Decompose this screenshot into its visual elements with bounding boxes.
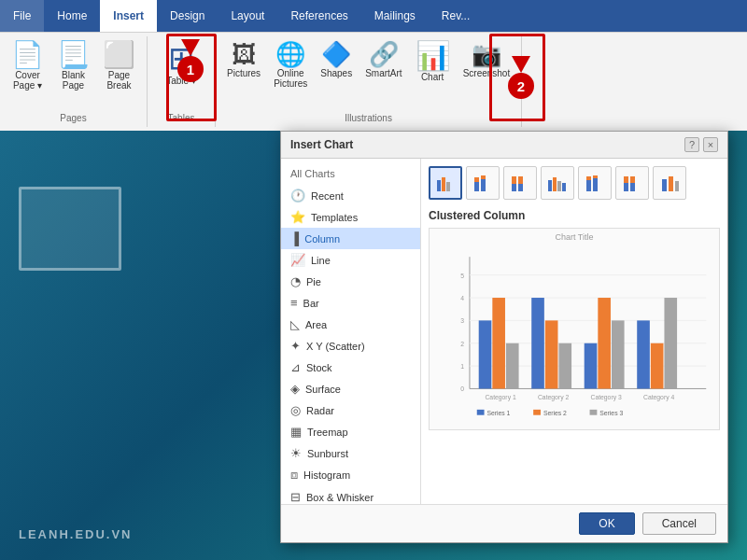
svg-rect-48 [637,320,650,388]
svg-rect-14 [562,183,566,191]
screenshot-button[interactable]: 📷 Screenshot [458,38,516,82]
tab-insert[interactable]: Insert [100,0,157,32]
histogram-icon: ⧈ [290,468,298,483]
tab-mailings[interactable]: Mailings [361,0,429,32]
annotation-1: 1 [177,39,204,82]
svg-text:Series 3: Series 3 [599,410,623,416]
svg-text:Category 2: Category 2 [538,394,569,401]
line-icon: 📈 [290,253,305,267]
svg-rect-55 [477,410,485,415]
scatter-icon: ✦ [290,339,301,353]
chart-type-surface[interactable]: ◈ Surface [281,378,420,399]
tab-rev[interactable]: Rev... [429,0,483,32]
svg-rect-39 [479,320,492,388]
svg-rect-41 [506,343,519,389]
svg-rect-42 [531,298,544,388]
subtype-clustered-3d-column[interactable] [541,166,574,200]
arrow-down-1 [181,39,200,56]
svg-rect-49 [651,343,664,389]
dialog-footer: OK Cancel [281,504,727,542]
chart-type-stock[interactable]: ⊿ Stock [281,357,420,378]
chart-type-scatter[interactable]: ✦ X Y (Scatter) [281,335,420,357]
svg-rect-46 [598,298,611,388]
blank-page-label: BlankPage [62,70,85,91]
svg-text:1: 1 [460,363,464,370]
chart-type-area[interactable]: ◺ Area [281,314,420,335]
dialog-close-button[interactable]: × [703,137,718,152]
treemap-icon: ▦ [290,425,302,439]
smartart-button[interactable]: 🔗 SmartArt [359,38,407,82]
cover-page-button[interactable]: 📄 CoverPage ▾ [6,38,49,94]
chart-type-histogram[interactable]: ⧈ Histogram [281,464,420,486]
subtype-stacked-3d-column[interactable] [578,166,612,200]
cover-page-label: CoverPage ▾ [13,70,42,91]
clustered-column-label: Clustered Column [429,209,720,222]
ok-button[interactable]: OK [579,512,634,535]
svg-text:0: 0 [460,385,464,392]
subtype-stacked-column[interactable] [466,166,500,200]
tab-file[interactable]: File [0,0,44,32]
page-break-button[interactable]: ⬜ PageBreak [97,38,141,94]
shapes-button[interactable]: 🔷 Shapes [315,38,358,82]
chart-type-sunburst[interactable]: ☀ Sunburst [281,442,420,464]
subtype-100stacked-column[interactable] [503,166,537,200]
pie-label: Pie [306,276,321,287]
surface-icon: ◈ [290,382,300,396]
svg-rect-9 [518,184,523,191]
tab-layout[interactable]: Layout [218,0,277,32]
chart-options-panel: Clustered Column Chart Title 0 1 [421,159,727,504]
dialog-help-button[interactable]: ? [684,137,699,152]
svg-text:5: 5 [460,273,464,279]
svg-rect-23 [662,179,667,191]
chart-type-boxwhisker[interactable]: ⊟ Box & Whisker [281,486,420,504]
screenshot-label: Screenshot [463,68,511,78]
radar-label: Radar [306,405,334,416]
pages-group-label: Pages [60,113,86,125]
chart-type-bar[interactable]: ≡ Bar [281,292,420,314]
svg-text:Category 4: Category 4 [643,394,674,401]
chart-type-treemap[interactable]: ▦ Treemap [281,421,420,442]
online-pictures-button[interactable]: 🌐 OnlinePictures [268,38,313,92]
cancel-button[interactable]: Cancel [642,512,716,535]
subtype-3d-column[interactable] [653,166,686,200]
annotation-number-1: 1 [177,56,204,82]
subtype-clustered-column[interactable] [429,166,462,200]
chart-type-column[interactable]: ▐ Column [281,228,420,249]
svg-text:2: 2 [460,341,464,347]
svg-rect-24 [669,176,673,191]
tab-bar: File Home Insert Design Layout Reference… [0,0,747,32]
online-pictures-icon: 🌐 [275,42,305,66]
page-break-label: PageBreak [106,70,131,91]
shapes-label: Shapes [320,68,352,78]
svg-text:Series 2: Series 2 [543,410,567,416]
dialog-controls: ? × [684,137,718,152]
svg-rect-8 [512,176,516,184]
svg-rect-25 [675,181,679,191]
chart-type-line[interactable]: 📈 Line [281,249,420,271]
tab-home[interactable]: Home [44,0,100,32]
chart-type-radar[interactable]: ◎ Radar [281,399,420,421]
chart-type-templates[interactable]: ⭐ Templates [281,206,420,228]
svg-text:Category 3: Category 3 [590,394,621,401]
chart-type-recent[interactable]: 🕐 Recent [281,185,420,206]
chart-button[interactable]: 📊 Chart [410,38,456,86]
chart-preview-area: Chart Title 0 1 2 3 [429,228,720,430]
svg-text:4: 4 [460,295,464,301]
column-label: Column [304,233,340,245]
tab-references[interactable]: References [277,0,360,32]
smartart-label: SmartArt [365,68,402,78]
svg-rect-13 [557,181,561,191]
svg-rect-10 [518,176,523,184]
blank-page-button[interactable]: 📃 BlankPage [51,38,95,94]
pictures-button[interactable]: 🖼 Pictures [221,38,266,82]
subtype-100stacked-3d-column[interactable] [615,166,649,200]
svg-rect-40 [492,298,505,388]
svg-rect-6 [481,175,486,179]
svg-rect-3 [474,182,479,191]
blank-page-icon: 📃 [57,42,90,68]
page-break-icon: ⬜ [103,42,135,68]
annotation-number-2: 2 [508,73,534,99]
tab-design[interactable]: Design [157,0,218,32]
chart-type-pie[interactable]: ◔ Pie [281,271,420,292]
cover-page-icon: 📄 [11,42,44,68]
